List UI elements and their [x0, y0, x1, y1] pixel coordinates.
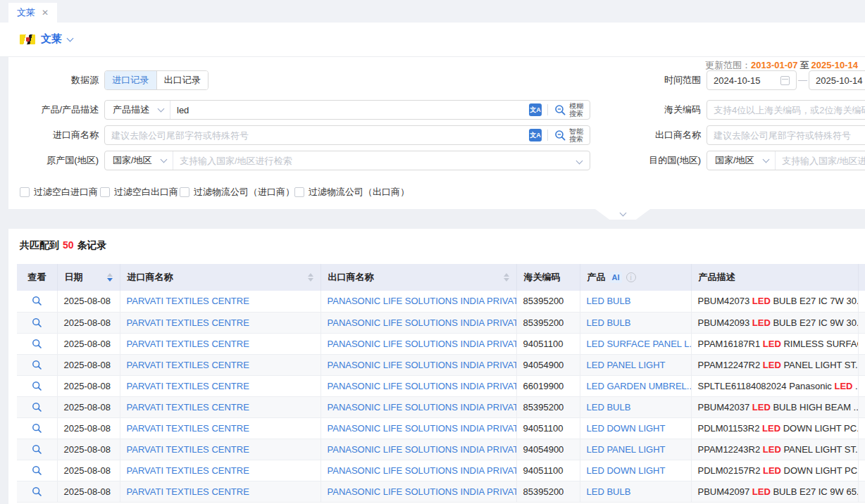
product-link[interactable]: LED DOWN LIGHT	[580, 417, 691, 439]
view-record-button[interactable]	[29, 420, 44, 436]
info-icon[interactable]: i	[626, 272, 636, 282]
calendar-icon[interactable]	[780, 76, 790, 85]
date-cell: 2025-08-08	[57, 375, 120, 396]
chevron-down-icon	[161, 156, 168, 163]
sort-date-control[interactable]	[107, 273, 113, 282]
sort-exporter-control[interactable]	[504, 273, 509, 282]
header-date: 日期	[65, 271, 83, 284]
date-cell: 2025-08-08	[57, 291, 120, 312]
exporter-link[interactable]: PANASONIC LIFE SOLUTIONS INDIA PRIVAT...	[321, 333, 516, 354]
view-record-button[interactable]	[29, 315, 44, 330]
origin-country-input[interactable]	[173, 152, 573, 169]
filter-blank-importer-checkbox[interactable]: 过滤空白进口商	[20, 186, 98, 199]
exporter-label: 出口商名称	[611, 125, 701, 145]
product-link[interactable]: LED BULB	[580, 481, 691, 502]
exporter-control	[707, 125, 865, 145]
exporter-link[interactable]: PANASONIC LIFE SOLUTIONS INDIA PRIVAT...	[321, 291, 516, 312]
tab-brunei[interactable]: 文莱 ✕	[8, 3, 57, 23]
product-control: 产品描述 文A 模糊 搜索	[104, 100, 590, 120]
importer-link[interactable]: PARVATI TEXTILES CENTRE	[120, 460, 321, 481]
date-to-input[interactable]: 2025-10-14	[809, 70, 865, 90]
exporter-link[interactable]: PANASONIC LIFE SOLUTIONS INDIA PRIVAT...	[321, 396, 516, 417]
results-tbody: 2025-08-08 PARVATI TEXTILES CENTRE PANAS…	[17, 291, 865, 502]
product-link[interactable]: LED BULB	[580, 291, 691, 312]
importer-link[interactable]: PARVATI TEXTILES CENTRE	[120, 417, 321, 439]
exporter-link[interactable]: PANASONIC LIFE SOLUTIONS INDIA PRIVAT...	[321, 481, 516, 502]
view-record-button[interactable]	[29, 484, 44, 499]
product-link[interactable]: LED BULB	[580, 396, 691, 417]
importer-link[interactable]: PARVATI TEXTILES CENTRE	[120, 396, 321, 417]
checkbox-icon[interactable]	[180, 187, 189, 197]
export-records-option[interactable]: 出口记录	[156, 71, 209, 89]
table-row: 2025-08-08 PARVATI TEXTILES CENTRE PANAS…	[17, 396, 865, 417]
hs-code-cell: 94054900	[516, 439, 580, 460]
checkbox-icon[interactable]	[20, 187, 30, 197]
product-link[interactable]: LED PANEL LIGHT	[580, 439, 691, 460]
import-records-option[interactable]: 进口记录	[105, 71, 156, 89]
importer-link[interactable]: PARVATI TEXTILES CENTRE	[120, 333, 321, 354]
exporter-link[interactable]: PANASONIC LIFE SOLUTIONS INDIA PRIVAT...	[321, 439, 516, 460]
view-record-button[interactable]	[29, 378, 44, 393]
sort-importer-control[interactable]	[308, 273, 313, 282]
product-link[interactable]: LED BULB	[580, 312, 691, 333]
view-record-button[interactable]	[29, 336, 44, 351]
view-record-button[interactable]	[29, 399, 44, 415]
exporter-name-input[interactable]	[707, 125, 865, 145]
tab-bar: 文莱 ✕	[0, 0, 865, 23]
table-row: 2025-08-08 PARVATI TEXTILES CENTRE PANAS…	[17, 333, 865, 354]
product-search-input[interactable]	[170, 101, 529, 118]
origin-type-select[interactable]: 国家/地区	[105, 151, 173, 170]
magnifier-icon	[32, 381, 42, 391]
filter-logistics-exporter-checkbox[interactable]: 过滤物流公司（出口商）	[294, 186, 409, 199]
view-record-button[interactable]	[29, 441, 44, 457]
magnifier-icon	[32, 465, 42, 476]
brunei-flag-icon	[20, 34, 35, 44]
exporter-link[interactable]: PANASONIC LIFE SOLUTIONS INDIA PRIVAT...	[321, 460, 516, 481]
product-link[interactable]: LED GARDEN UMBREL...	[580, 375, 691, 396]
product-link[interactable]: LED SURFACE PANEL L...	[580, 333, 691, 354]
exporter-link[interactable]: PANASONIC LIFE SOLUTIONS INDIA PRIVAT...	[321, 312, 516, 333]
checkbox-icon[interactable]	[100, 187, 110, 197]
product-link[interactable]: LED PANEL LIGHT	[580, 354, 691, 375]
importer-link[interactable]: PARVATI TEXTILES CENTRE	[120, 481, 321, 502]
ai-badge: AI	[610, 272, 622, 283]
exporter-link[interactable]: PANASONIC LIFE SOLUTIONS INDIA PRIVAT...	[321, 417, 516, 439]
filter-logistics-importer-checkbox[interactable]: 过滤物流公司（进口商）	[180, 186, 294, 199]
chevron-down-icon	[158, 106, 165, 113]
destination-country-input[interactable]	[776, 152, 865, 169]
importer-link[interactable]: PARVATI TEXTILES CENTRE	[120, 291, 321, 312]
view-record-button[interactable]	[29, 462, 44, 478]
importer-link[interactable]: PARVATI TEXTILES CENTRE	[120, 375, 321, 396]
filter-blank-exporter-checkbox[interactable]: 过滤空白出口商	[100, 186, 178, 199]
view-record-button[interactable]	[29, 357, 44, 372]
exporter-link[interactable]: PANASONIC LIFE SOLUTIONS INDIA PRIVAT...	[321, 375, 516, 396]
importer-name-input[interactable]	[105, 127, 529, 144]
importer-link[interactable]: PARVATI TEXTILES CENTRE	[120, 354, 321, 375]
translate-icon[interactable]: 文A	[529, 129, 542, 141]
fuzzy-search-button[interactable]: 模糊 搜索	[554, 102, 590, 118]
translate-icon[interactable]: 文A	[529, 103, 542, 116]
destination-type-select[interactable]: 国家/地区	[707, 151, 776, 170]
header-exporter: 出口商名称	[328, 271, 374, 284]
view-record-button[interactable]	[29, 294, 44, 309]
magnifier-icon	[32, 444, 42, 455]
exporter-link[interactable]: PANASONIC LIFE SOLUTIONS INDIA PRIVAT...	[321, 354, 516, 375]
collapse-filter-handle[interactable]	[595, 209, 650, 220]
product-link[interactable]: LED DOWN LIGHT	[580, 460, 691, 481]
table-header-row: 查看 日期 进口商名称 出口商名称 海关编码 产品	[17, 264, 865, 291]
table-row: 2025-08-08 PARVATI TEXTILES CENTRE PANAS…	[17, 460, 865, 481]
table-row: 2025-08-08 PARVATI TEXTILES CENTRE PANAS…	[17, 481, 865, 502]
hs-code-input[interactable]	[707, 100, 865, 120]
date-from-input[interactable]: 2024-10-15	[707, 70, 797, 90]
checkbox-icon[interactable]	[294, 187, 304, 197]
view-cell	[17, 439, 57, 460]
importer-link[interactable]: PARVATI TEXTILES CENTRE	[120, 312, 321, 333]
importer-link[interactable]: PARVATI TEXTILES CENTRE	[120, 439, 321, 460]
close-icon[interactable]: ✕	[42, 8, 49, 17]
smart-search-button[interactable]: 智能 搜索	[554, 127, 590, 143]
country-selector[interactable]: 文莱	[41, 32, 73, 46]
product-type-select[interactable]: 产品描述	[105, 101, 170, 119]
destination-label: 目的国(地区)	[611, 151, 701, 170]
importer-control: 文A 智能 搜索	[104, 125, 590, 145]
overflow-cell	[858, 375, 865, 396]
